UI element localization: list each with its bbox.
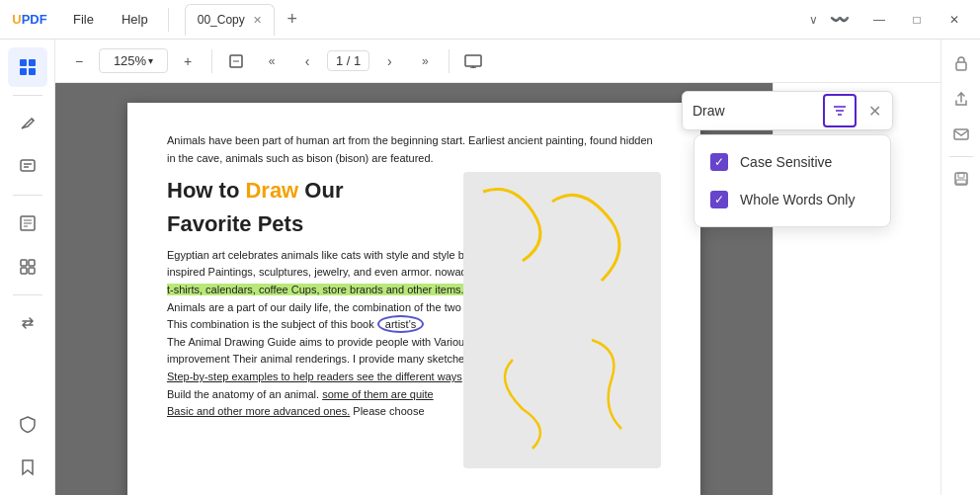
center-column: − 125% ▾ + « ‹ 1 / 1 › » (55, 40, 940, 495)
pdf-page: Animals have been part of human art from… (127, 103, 700, 495)
pdf-body1: Egyptian art celebrates animals like cat… (167, 247, 661, 299)
case-sensitive-option[interactable]: ✓ Case Sensitive (694, 143, 890, 181)
page-top-button[interactable]: « (256, 45, 287, 77)
tab-close-button[interactable]: ✕ (253, 14, 262, 27)
page-up-button[interactable]: ‹ (291, 45, 323, 77)
circled-text: artist's (377, 315, 424, 333)
save-icon[interactable] (945, 163, 977, 195)
pdf-subtitle: Favorite Pets (167, 211, 661, 237)
pdf-body4: Step-by-step examples to help readers se… (167, 369, 661, 386)
zoom-level-display[interactable]: 125% ▾ (99, 48, 168, 73)
thumbnail-icon[interactable] (8, 47, 47, 87)
organize-icon[interactable] (8, 247, 47, 287)
svg-rect-1 (29, 59, 36, 66)
pdf-body3b: The Animal Drawing Guide aims to provide… (167, 334, 661, 369)
pdf-viewer[interactable]: Animals have been part of human art from… (55, 83, 773, 495)
svg-rect-14 (29, 268, 35, 274)
svg-rect-12 (29, 260, 35, 266)
right-panel-divider (949, 156, 973, 157)
toolbar-divider-1 (211, 49, 212, 73)
whole-words-checkbox[interactable]: ✓ (710, 191, 728, 208)
sidebar-divider-3 (13, 294, 42, 295)
whole-words-option[interactable]: ✓ Whole Words Only (694, 181, 890, 218)
search-close-button[interactable]: ✕ (858, 95, 890, 126)
pdf-body5: Build the anatomy of an animal. some of … (167, 386, 661, 404)
svg-rect-2 (20, 68, 27, 75)
zoom-chevron-icon: ▾ (148, 55, 153, 66)
search-input[interactable] (693, 103, 811, 119)
sidebar-divider-1 (13, 95, 42, 96)
help-menu[interactable]: Help (108, 0, 162, 40)
menu-bar: File Help (59, 0, 162, 40)
page-display-text: 1 / 1 (336, 53, 361, 68)
toolbar-divider-2 (449, 49, 449, 73)
email-icon[interactable] (945, 119, 977, 150)
share-icon[interactable] (945, 83, 977, 115)
svg-rect-17 (465, 55, 481, 66)
tab-label: 00_Copy (198, 13, 245, 27)
fit-width-button[interactable] (220, 45, 252, 77)
tabs-overflow-button[interactable]: ∨ (809, 13, 818, 27)
pdf-body3: This combination is the subject of this … (167, 316, 661, 334)
present-button[interactable] (457, 45, 489, 77)
search-bar: ✕ (682, 91, 893, 130)
wavy-icon-area: 〰️ (830, 10, 850, 29)
case-sensitive-checkbox[interactable]: ✓ (710, 153, 728, 171)
svg-rect-13 (21, 268, 27, 274)
titlebar: UPDF File Help 00_Copy ✕ + ∨ 〰️ — □ ✕ (0, 0, 980, 40)
active-tab[interactable]: 00_Copy ✕ (185, 4, 275, 36)
convert-icon[interactable] (8, 303, 47, 343)
svg-rect-0 (20, 59, 27, 66)
search-overlay: ✕ ✓ Case Sensitive ✓ Whole Words On (674, 83, 901, 138)
svg-rect-25 (954, 129, 968, 139)
whole-words-label: Whole Words Only (740, 192, 855, 207)
search-filter-button[interactable] (823, 94, 857, 127)
new-tab-button[interactable]: + (279, 6, 306, 34)
toolbar: − 125% ▾ + « ‹ 1 / 1 › » (55, 40, 940, 83)
case-sensitive-label: Case Sensitive (740, 154, 832, 170)
edit-icon[interactable] (8, 204, 47, 243)
zoom-in-button[interactable]: + (172, 45, 204, 77)
lock-icon[interactable] (945, 47, 977, 79)
protect-icon[interactable] (8, 404, 47, 444)
pdf-body2: Animals are a part of our daily life, th… (167, 299, 661, 317)
svg-rect-3 (29, 68, 36, 75)
pdf-intro: Animals have been part of human art from… (167, 132, 661, 167)
content-area: Animals have been part of human art from… (55, 83, 940, 495)
tab-bar: 00_Copy ✕ + (185, 4, 805, 36)
search-input-wrap (683, 97, 821, 124)
zoom-out-button[interactable]: − (63, 45, 95, 77)
app-logo: UPDF (0, 0, 59, 39)
menu-divider (168, 8, 169, 32)
right-panel (940, 40, 980, 495)
wavy-decoration-icon: 〰️ (830, 10, 850, 29)
page-display[interactable]: 1 / 1 (327, 50, 369, 71)
pdf-title: How to Draw Our (167, 177, 661, 206)
file-menu[interactable]: File (59, 0, 108, 40)
filter-dropdown: ✓ Case Sensitive ✓ Whole Words Only (694, 134, 891, 227)
comment-icon[interactable] (8, 147, 47, 187)
pdf-body6: Basic and other more advanced ones. Plea… (167, 403, 661, 421)
check-icon: ✓ (714, 155, 724, 169)
close-button[interactable]: ✕ (937, 6, 972, 34)
left-sidebar (0, 40, 55, 495)
check-icon-2: ✓ (714, 193, 724, 206)
page-down-button[interactable]: › (373, 45, 405, 77)
svg-rect-4 (21, 160, 35, 171)
maximize-button[interactable]: □ (899, 6, 935, 34)
logo-text: UPDF (12, 12, 46, 27)
bookmark-icon[interactable] (8, 448, 47, 487)
svg-rect-26 (955, 173, 967, 185)
main-content: − 125% ▾ + « ‹ 1 / 1 › » (0, 40, 980, 495)
minimize-button[interactable]: — (861, 6, 897, 34)
window-controls: — □ ✕ (861, 6, 972, 34)
page-bottom-button[interactable]: » (409, 45, 441, 77)
svg-rect-24 (956, 62, 966, 70)
annotation-icon[interactable] (8, 104, 47, 143)
svg-rect-28 (956, 180, 966, 184)
zoom-level-text: 125% (114, 53, 146, 68)
svg-rect-11 (21, 260, 27, 266)
sidebar-divider-2 (13, 195, 42, 196)
